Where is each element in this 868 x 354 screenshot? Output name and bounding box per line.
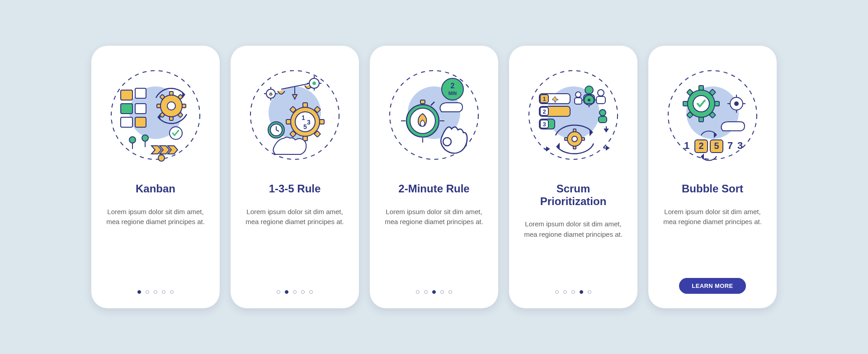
dot-5[interactable] [170,290,174,294]
onboarding-card-scrum: 1 2 3 [509,46,637,308]
onboarding-card-bubblesort: 1 2 5 7 3 Bubble Sort Lorem ipsum dolor … [648,46,777,308]
svg-point-23 [142,135,148,141]
svg-rect-6 [121,117,132,127]
svg-rect-118 [715,101,719,106]
svg-point-36 [312,81,316,85]
dot-4[interactable] [162,290,165,294]
svg-rect-4 [121,104,132,114]
svg-marker-25 [151,146,161,154]
svg-text:2: 2 [542,108,546,115]
dot-5[interactable] [588,290,591,294]
svg-rect-115 [699,86,703,90]
svg-point-99 [599,110,606,116]
svg-rect-90 [596,96,605,104]
dot-3[interactable] [293,290,297,294]
dot-2[interactable] [563,290,567,294]
dot-2[interactable] [424,290,428,294]
card-description: Lorem ipsum dolor sit dim amet, mea regi… [106,207,205,227]
svg-rect-7 [135,117,146,127]
svg-text:5: 5 [714,141,719,151]
svg-rect-13 [170,117,173,120]
onboarding-card-kanban: Kanban Lorem ipsum dolor sit dim amet, m… [91,46,220,308]
svg-rect-100 [599,116,607,123]
svg-rect-12 [170,91,173,95]
svg-point-21 [129,137,136,143]
svg-text:7: 7 [727,140,733,151]
card-title: Bubble Sort [682,182,743,195]
dot-4[interactable] [301,290,305,294]
svg-rect-106 [573,146,576,149]
svg-rect-3 [135,88,146,98]
svg-rect-108 [582,138,585,140]
card-title: Kanban [136,182,175,195]
svg-text:3: 3 [307,119,311,126]
svg-marker-110 [606,146,609,150]
dot-5[interactable] [448,290,452,294]
svg-text:3: 3 [542,121,546,128]
svg-point-28 [158,155,165,161]
svg-rect-15 [182,104,186,108]
dot-3[interactable] [154,290,157,294]
card-description: Lorem ipsum dolor sit dim amet, mea regi… [663,207,762,227]
svg-point-11 [167,102,175,110]
svg-rect-70 [420,100,425,104]
dot-1[interactable] [555,290,559,294]
dot-4[interactable] [580,290,583,294]
svg-rect-117 [683,101,688,106]
svg-text:1: 1 [302,114,305,121]
onboarding-card-135rule: 1 3 5 1-3-5 Rule Lorem ipsum dolor sit d… [231,46,359,308]
card-description: Lorem ipsum dolor sit dim amet, mea regi… [384,207,484,227]
scrum-illustration-icon: 1 2 3 [526,67,621,163]
svg-marker-109 [547,147,549,151]
dot-1[interactable] [137,290,141,294]
dot-3[interactable] [432,290,436,294]
dot-3[interactable] [571,290,575,294]
svg-rect-92 [575,98,582,104]
svg-rect-50 [320,120,324,124]
onboarding-card-2minute: 2 MIN [370,46,498,308]
pagination-dots [137,290,174,294]
dot-5[interactable] [309,290,313,294]
svg-rect-107 [565,138,567,140]
svg-point-75 [443,138,451,146]
svg-rect-49 [286,120,291,124]
svg-text:5: 5 [303,123,307,130]
svg-point-89 [598,90,604,96]
rule135-illustration-icon: 1 3 5 [247,67,342,163]
svg-rect-2 [121,90,132,100]
pagination-dots [277,290,313,294]
learn-more-button[interactable]: LEARN MORE [679,278,745,294]
dot-1[interactable] [277,290,280,294]
svg-text:2: 2 [698,141,703,151]
svg-rect-5 [135,104,146,114]
card-description: Lorem ipsum dolor sit dim amet, mea regi… [524,219,623,239]
svg-text:1: 1 [542,96,546,102]
svg-point-91 [576,92,581,97]
pagination-dots [416,290,452,294]
svg-point-125 [734,101,739,106]
svg-rect-14 [157,104,160,108]
twominute-illustration-icon: 2 MIN [387,67,481,163]
svg-point-104 [572,136,577,142]
svg-rect-116 [699,117,703,122]
card-title: 2-Minute Rule [398,182,469,195]
bubblesort-illustration-icon: 1 2 5 7 3 [665,67,760,163]
card-title: Scrum Prioritization [524,182,623,207]
card-description: Lorem ipsum dolor sit dim amet, mea regi… [245,207,344,227]
svg-text:3: 3 [737,140,743,151]
pagination-dots [555,290,591,294]
kanban-illustration-icon [108,67,203,163]
dot-2[interactable] [285,290,288,294]
svg-point-94 [588,99,590,101]
svg-text:MIN: MIN [448,91,457,96]
svg-marker-111 [604,129,608,132]
dot-1[interactable] [416,290,420,294]
svg-text:2: 2 [451,82,455,90]
card-title: 1-3-5 Rule [269,182,321,195]
svg-rect-47 [303,103,307,107]
svg-rect-105 [573,129,576,132]
dot-2[interactable] [146,290,149,294]
dot-4[interactable] [440,290,444,294]
svg-text:1: 1 [684,140,689,151]
